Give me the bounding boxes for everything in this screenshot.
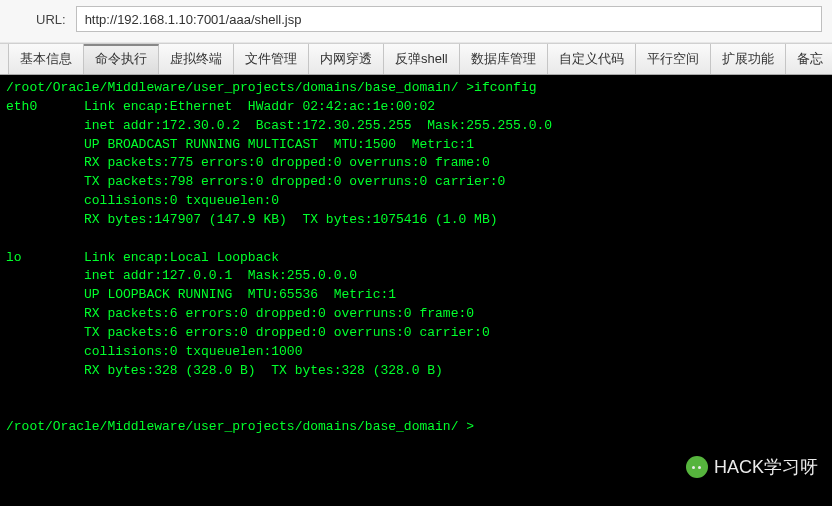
tab-cmd[interactable]: 命令执行 <box>84 44 159 74</box>
tab-parallel[interactable]: 平行空间 <box>636 44 711 74</box>
url-bar: URL: <box>0 0 832 43</box>
tab-bar: 基本信息命令执行虚拟终端文件管理内网穿透反弹shell数据库管理自定义代码平行空… <box>0 43 832 75</box>
url-input[interactable] <box>76 6 822 32</box>
tab-vterm[interactable]: 虚拟终端 <box>159 44 234 74</box>
url-label: URL: <box>36 12 66 27</box>
tab-files[interactable]: 文件管理 <box>234 44 309 74</box>
tab-intranet[interactable]: 内网穿透 <box>309 44 384 74</box>
tab-custom[interactable]: 自定义代码 <box>548 44 636 74</box>
tab-ext[interactable]: 扩展功能 <box>711 44 786 74</box>
tab-basic[interactable]: 基本信息 <box>8 44 84 74</box>
tab-notes[interactable]: 备忘 <box>786 44 832 74</box>
tab-db[interactable]: 数据库管理 <box>460 44 548 74</box>
terminal-output[interactable]: /root/Oracle/Middleware/user_projects/do… <box>0 75 832 506</box>
tab-revshell[interactable]: 反弹shell <box>384 44 460 74</box>
